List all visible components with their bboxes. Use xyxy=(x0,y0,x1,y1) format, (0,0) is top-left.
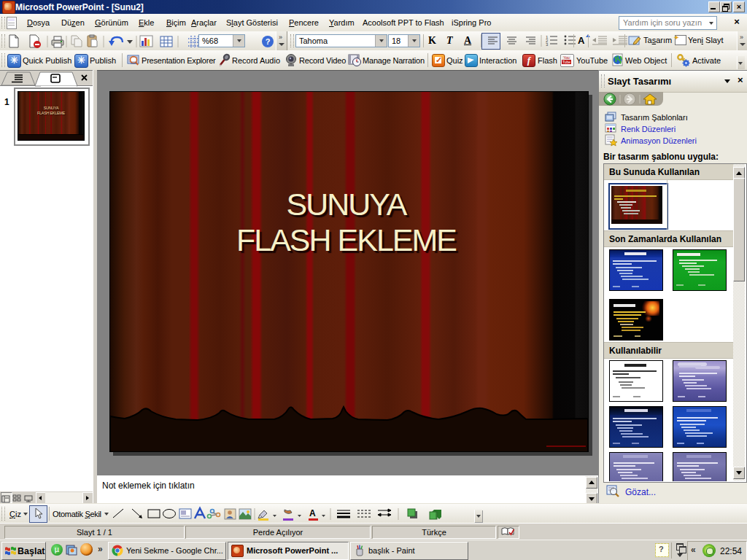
svg-text:?: ? xyxy=(266,37,271,46)
svg-text:3: 3 xyxy=(546,42,549,47)
svg-text:A: A xyxy=(309,508,316,518)
